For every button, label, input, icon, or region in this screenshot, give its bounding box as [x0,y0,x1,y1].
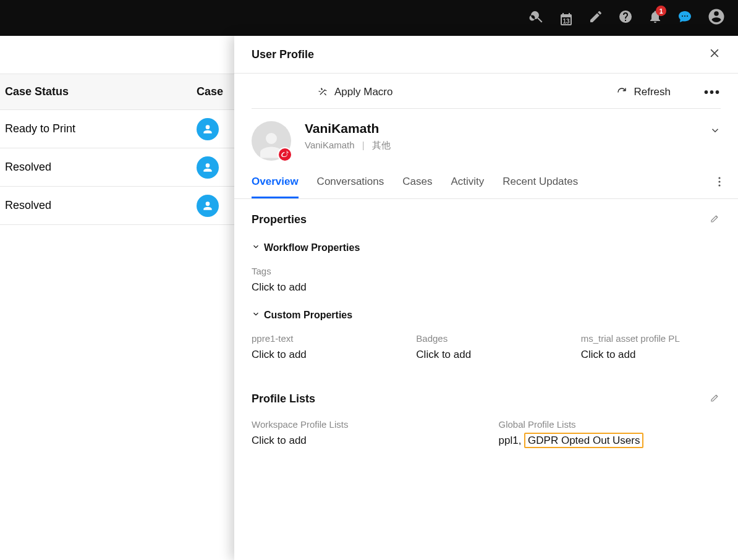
apply-macro-button[interactable]: Apply Macro [312,82,397,102]
edit-profile-lists-icon[interactable] [710,392,721,405]
section-properties-title: Properties [252,213,307,226]
panel-body: Properties Workflow Properties Tags Clic… [234,199,738,560]
calendar-icon[interactable]: 13 [559,11,574,25]
field-value-ppre1[interactable]: Click to add [252,349,391,361]
panel-header: User Profile [234,36,738,74]
panel-actions: Apply Macro Refresh ••• [234,74,738,108]
username: VaniKamath [305,140,355,150]
assignee-avatar-icon [197,156,219,179]
search-icon[interactable] [529,9,544,27]
svg-point-1 [718,177,720,179]
magic-wand-icon [317,87,328,98]
status-cell: Resolved [0,199,192,212]
notification-count-badge: 1 [656,6,666,16]
calendar-day: 13 [562,18,569,25]
tab-overview[interactable]: Overview [252,167,299,198]
identity-block: VaniKamath VaniKamath | 其他 [234,109,738,167]
svg-point-2 [718,180,720,182]
workspace-profile-lists-label: Workspace Profile Lists [252,419,474,430]
apply-macro-label: Apply Macro [334,86,392,98]
global-profile-lists-value[interactable]: ppl1, GDPR Opted Out Users [499,435,721,447]
assignee-avatar-icon [197,118,219,140]
refresh-icon [616,87,627,98]
workflow-properties-toggle[interactable]: Workflow Properties [252,242,721,253]
field-label-ppre1: ppre1-text [252,333,391,344]
more-actions-icon[interactable]: ••• [704,85,721,100]
field-label-mstrial: ms_trial asset profile PL [581,333,721,344]
status-cell: Ready to Print [0,122,192,135]
topbar: 13 1 [0,0,738,36]
edit-icon[interactable] [588,9,603,27]
column-header-status: Case Status [0,85,192,98]
display-name: VaniKamath [305,121,391,136]
field-value-tags[interactable]: Click to add [252,281,721,294]
column-header-case: Case [192,85,228,98]
identity-subline: VaniKamath | 其他 [305,140,391,151]
user-avatar-icon[interactable] [707,7,726,28]
panel-title: User Profile [252,48,314,61]
notification-bell-icon[interactable]: 1 [648,9,663,27]
assignee-avatar-icon [197,195,219,217]
profile-tabs: Overview Conversations Cases Activity Re… [234,167,738,199]
section-profile-lists-title: Profile Lists [252,392,315,405]
tab-conversations[interactable]: Conversations [317,167,384,198]
field-label-badges: Badges [416,333,556,344]
status-cell: Resolved [0,161,192,174]
svg-point-3 [718,184,720,186]
svg-point-0 [287,152,288,153]
chevron-down-icon [252,242,260,253]
workspace-profile-lists-value[interactable]: Click to add [252,435,474,447]
workflow-properties-title: Workflow Properties [264,242,360,253]
global-list-highlighted: GDPR Opted Out Users [524,433,643,448]
custom-properties-toggle[interactable]: Custom Properties [252,310,721,321]
global-list-prefix: ppl1, [499,435,525,446]
edit-properties-icon[interactable] [710,213,721,226]
field-value-badges[interactable]: Click to add [416,349,556,361]
weibo-badge-icon [278,147,292,162]
expand-identity-chevron-icon[interactable] [710,125,721,138]
tab-recent-updates[interactable]: Recent Updates [503,167,578,198]
global-profile-lists-label: Global Profile Lists [499,419,721,430]
tab-activity[interactable]: Activity [451,167,484,198]
chevron-down-icon [252,310,260,321]
field-label-tags: Tags [252,266,721,276]
identity-extra: 其他 [372,140,391,150]
user-profile-panel: User Profile Apply Macro Refresh ••• [234,36,738,560]
refresh-button[interactable]: Refresh [611,82,676,102]
tab-overflow-icon[interactable] [718,168,721,198]
custom-properties-title: Custom Properties [264,310,352,321]
field-value-mstrial[interactable]: Click to add [581,349,721,361]
close-icon[interactable] [708,47,721,62]
help-icon[interactable] [618,9,633,27]
tab-cases[interactable]: Cases [402,167,432,198]
refresh-label: Refresh [634,86,671,98]
chat-icon[interactable] [677,9,692,27]
